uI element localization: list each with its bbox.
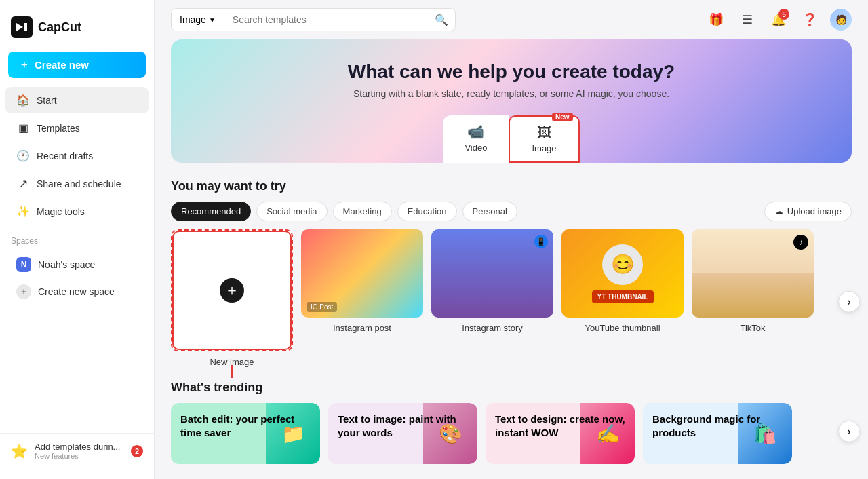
sidebar-item-recent-drafts-label: Recent drafts [37, 151, 93, 161]
youtube-thumb-label: YouTube thumbnail [585, 323, 660, 333]
search-type-dropdown[interactable]: Image ▼ [172, 9, 224, 31]
gift-icon: 🎁 [709, 12, 724, 27]
video-tab-label: Video [465, 142, 487, 153]
search-type-label: Image [180, 14, 206, 25]
sidebar-item-magic-tools[interactable]: ✨ Magic tools [5, 198, 149, 225]
sidebar-item-magic-label: Magic tools [37, 206, 85, 217]
gift-button[interactable]: 🎁 [705, 9, 727, 31]
tiktok-label: TikTok [740, 323, 765, 333]
chevron-down-icon: ▼ [209, 16, 216, 24]
yt-avatar: 😊 [602, 244, 643, 285]
filter-social-media[interactable]: Social media [256, 202, 327, 221]
ig-label: IG Post [307, 302, 337, 312]
search-input[interactable] [224, 9, 428, 31]
ig-story-preview: 📱 [431, 229, 553, 318]
search-container: Image ▼ 🔍 [171, 8, 456, 31]
trending-card-text-to-image[interactable]: Text to image: paint with your words 🎨 [328, 403, 477, 464]
yt-tag: YT THUMBNAIL [592, 290, 654, 303]
yt-content: 😊 YT THUMBNAIL [592, 244, 654, 303]
hero-tab-video[interactable]: 📹 Video [443, 115, 509, 163]
tiktok-preview: ♪ [692, 229, 814, 318]
search-icon: 🔍 [428, 14, 455, 26]
noah-space-label: Noah's space [38, 259, 95, 270]
notification-badge: 5 [778, 9, 789, 20]
instagram-post-card[interactable]: IG Post Instagram post [301, 229, 423, 367]
footer-subtext: New features [35, 452, 120, 460]
trending-row: Batch edit: your perfect time saver 📁 Te… [155, 403, 868, 464]
create-new-label: Create new [35, 59, 89, 71]
hero-tab-image[interactable]: New 🖼 Image [509, 115, 579, 163]
tiktok-thumb: ♪ [692, 229, 814, 318]
sidebar-item-share-schedule[interactable]: ↗ Share and schedule [5, 170, 149, 197]
home-icon: 🏠 [16, 94, 30, 107]
new-image-plus-button[interactable]: ＋ [220, 278, 244, 303]
filter-marketing[interactable]: Marketing [333, 202, 392, 221]
trending-card-batch-edit-text: Batch edit: your perfect time saver [180, 413, 311, 439]
image-tab-icon: 🖼 [538, 125, 551, 140]
capcut-logo-icon [11, 16, 33, 38]
sidebar-item-templates[interactable]: ▣ Templates [5, 115, 149, 141]
upload-icon: ☁ [774, 206, 783, 216]
upload-label: Upload image [787, 206, 842, 216]
filter-personal[interactable]: Personal [462, 202, 517, 221]
avatar-image: 🧑 [835, 14, 847, 25]
new-image-card[interactable]: ＋ New image [171, 229, 293, 367]
create-new-button[interactable]: ＋ Create new [8, 52, 146, 78]
filter-education[interactable]: Education [397, 202, 457, 221]
sidebar-item-start[interactable]: 🏠 Start [5, 87, 149, 113]
trending-title: What's trending [155, 378, 868, 403]
tiktok-card[interactable]: ♪ TikTok [692, 229, 814, 367]
topbar-icons: 🎁 ☰ 🔔 5 ❓ 🧑 [705, 9, 852, 31]
trending-card-text-to-image-text: Text to image: paint with your words [338, 413, 468, 439]
upload-image-button[interactable]: ☁ Upload image [764, 202, 852, 221]
help-icon: ❓ [802, 12, 817, 27]
tiktok-icon: ♪ [793, 235, 808, 250]
instagram-post-label: Instagram post [333, 323, 391, 333]
cards-next-button[interactable]: › [838, 290, 860, 312]
create-space-label: Create new space [38, 286, 115, 297]
user-avatar[interactable]: 🧑 [830, 9, 852, 31]
logo-text: CapCut [38, 20, 81, 35]
help-button[interactable]: ❓ [799, 9, 821, 31]
magic-icon: ✨ [16, 205, 30, 218]
youtube-thumbnail-card[interactable]: 😊 YT THUMBNAIL YouTube thumbnail [561, 229, 684, 367]
trending-card-batch-edit[interactable]: Batch edit: your perfect time saver 📁 [171, 403, 320, 464]
share-icon: ↗ [16, 177, 30, 190]
spaces-label: Spaces [0, 225, 154, 251]
trending-card-bg-magic-text: Background magic for products [652, 413, 783, 439]
hero-tabs: 📹 Video New 🖼 Image [443, 115, 579, 163]
sidebar-footer[interactable]: ⭐ Add templates durin... New features 2 [0, 433, 154, 468]
image-tab-label: Image [532, 143, 556, 153]
filter-recommended[interactable]: Recommended [171, 202, 251, 221]
trending-card-background-magic[interactable]: Background magic for products 🛍️ [643, 403, 792, 464]
trending-card-text-to-design[interactable]: Text to design: create now, instant WOW … [486, 403, 635, 464]
logo: CapCut [0, 11, 154, 52]
video-tab-icon: 📹 [467, 123, 484, 140]
footer-text: Add templates durin... [35, 442, 120, 452]
main-content: Image ▼ 🔍 🎁 ☰ 🔔 5 ❓ 🧑 [155, 0, 868, 479]
hero-subtitle: Starting with a blank slate, ready templ… [353, 88, 669, 99]
instagram-story-card[interactable]: 📱 Instagram story [431, 229, 553, 367]
add-space-icon: ＋ [16, 284, 31, 299]
notification-button[interactable]: 🔔 5 [768, 9, 789, 31]
instagram-post-thumb: IG Post [301, 229, 423, 318]
sidebar-item-recent-drafts[interactable]: 🕐 Recent drafts [5, 142, 149, 169]
sidebar-item-noah-space[interactable]: N Noah's space [5, 252, 149, 277]
templates-icon: ▣ [16, 121, 30, 134]
trending-next-button[interactable]: › [838, 421, 860, 442]
topbar: Image ▼ 🔍 🎁 ☰ 🔔 5 ❓ 🧑 [155, 0, 868, 39]
footer-info: Add templates durin... New features [35, 442, 120, 460]
instagram-story-thumb: 📱 [431, 229, 553, 318]
menu-icon: ☰ [742, 12, 753, 27]
sidebar-item-templates-label: Templates [37, 123, 80, 134]
footer-badge: 2 [131, 445, 143, 457]
youtube-thumb: 😊 YT THUMBNAIL [561, 229, 684, 318]
footer-star-icon: ⭐ [11, 443, 28, 459]
cards-row: ＋ New image IG Post Instagram post [155, 229, 868, 378]
menu-button[interactable]: ☰ [736, 9, 758, 31]
sidebar-item-create-space[interactable]: ＋ Create new space [5, 279, 149, 305]
noah-avatar: N [16, 257, 31, 272]
section-title-try: You may want to try [155, 174, 868, 202]
hero-title: What can we help you create today? [348, 61, 675, 83]
new-badge: New [552, 113, 573, 121]
